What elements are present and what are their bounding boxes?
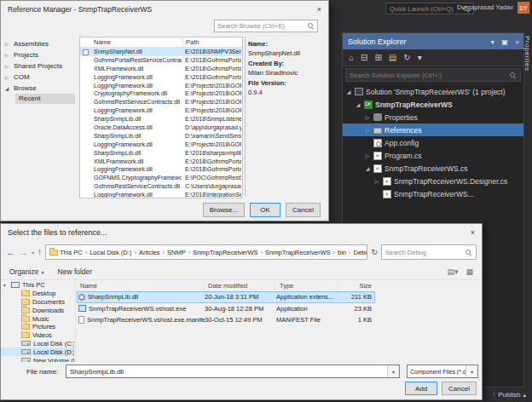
signed-in-user[interactable]: Durgaprasad Yadav [457,3,513,11]
column-header-path[interactable]: Path [182,37,199,48]
cancel-button[interactable]: Cancel [286,203,321,217]
refman-nav-assemblies[interactable]: ▷Assemblies [1,38,78,49]
chevron-down-icon[interactable]: ▾ [491,38,494,46]
filter-dropdown-icon[interactable]: ▾ [418,54,422,62]
refman-nav-com[interactable]: ▷COM [1,72,78,83]
sidebar-item-local-disk-d[interactable]: Local Disk (D:) [1,347,74,356]
refman-search-input[interactable]: Search Browse (Ctrl+E) [214,20,318,32]
history-dropdown-icon[interactable]: ▾ [32,250,34,256]
breadcrumb-segment-bin[interactable]: bin [338,249,346,256]
tree-item-snmptrapreceiverws[interactable]: ◢SnmpTrapReceiverWS [343,98,523,111]
close-icon[interactable]: × [515,38,519,46]
solution-explorer-header[interactable]: Solution Explorer ▾ ▣ × [343,33,523,49]
refman-row[interactable]: LoggingFramework.dllE:\2018\GofnmsPortal… [80,165,242,174]
views-icon[interactable]: ▤▾ [447,267,458,276]
dialog-titlebar[interactable]: Reference Manager - SnmpTrapReceiverWS × [1,1,328,17]
file-row-snmptrapreceiverws-vshost-exe-manifest[interactable]: SnmpTrapReceiverWS.vshost.exe.manifest30… [77,314,375,326]
tree-item-snmptrapreceiverws-designer-cs[interactable]: ▷SnmpTrapReceiverWS.Designer.cs [343,175,523,187]
refman-splitter[interactable] [245,37,246,197]
refman-row[interactable]: GofnmsRestServiceContracts.dllE:\Project… [80,98,242,106]
solution-explorer-search[interactable]: Search Solution Explorer (Ctrl+;) [345,68,521,82]
expander-icon[interactable]: ▷ [364,114,371,120]
back-icon[interactable]: ← [6,248,15,257]
refman-row[interactable]: Oracle.DataAccess.dllD:\app\durgaprasad.… [80,123,242,132]
column-header-size[interactable]: Size [338,281,375,291]
sidebar-item-desktop[interactable]: Desktop [1,290,74,298]
breadcrumb-segment-articles[interactable]: Articles [139,249,160,256]
dialog-titlebar[interactable]: Select the files to reference... × [1,224,482,241]
refman-nav-recent[interactable]: Recent [15,94,75,104]
browse-button[interactable]: Browse... [203,203,245,217]
refman-row[interactable]: SharpSnmpLib.dllD:\xamarin\SendSmsServ [80,132,242,141]
refman-row[interactable]: GofnmsPortalRestServiceContracts.dllE:\2… [80,56,242,65]
breadcrumb-segment-debug[interactable]: Debug [354,249,368,256]
refman-row[interactable]: XMLFramework.dllE:\2018\GofnmsPortalRes [80,65,242,73]
up-icon[interactable]: ↑ [38,248,42,256]
tree-item-app-config[interactable]: App.config [343,136,523,149]
sidebar-item-videos[interactable]: Videos [1,331,74,340]
refman-row[interactable]: LoggingFramework.dllE:\Projects\2018\GOF… [80,82,242,90]
refman-row[interactable]: SharpSnmpLib.dllE:\2018\sharpsnmplib-mi [80,149,242,158]
refman-row[interactable]: LoggingFramework.dllE:\2018\GofnmsPortal… [80,73,242,82]
breadcrumb[interactable]: This PC›Local Disk (D:)›Articles›SNMP›Sn… [45,244,367,260]
expander-icon[interactable]: ▷ [364,152,371,158]
refman-row[interactable]: SharpSnmpLib.dllE:\2018\SnmpListenerSer [80,115,242,123]
chevron-down-icon[interactable]: ▾ [466,365,477,377]
sidebar-item-documents[interactable]: Documents [1,298,74,307]
sidebar-item-pictures[interactable]: Pictures [1,323,74,331]
avatar[interactable]: DY [518,2,529,14]
breadcrumb-segment-snmp[interactable]: SNMP [167,249,186,256]
refman-row[interactable]: LoggingFramework.dllE:\Projects\2018\GOF… [80,106,242,115]
column-header-name[interactable]: Name [77,281,205,291]
organize-button[interactable]: Organize ▾ [9,267,44,276]
properties-icon[interactable]: ⊞ [374,54,381,62]
file-type-filter[interactable]: Component Files (*.dll;*.tlb;*.ol ▾ [407,365,478,378]
checkbox[interactable] [83,49,89,55]
cancel-button[interactable]: Cancel [442,382,477,395]
breadcrumb-segment-local-disk-d[interactable]: Local Disk (D:) [90,249,131,256]
home-icon[interactable]: ⌂ [349,54,354,62]
column-header-name[interactable]: Name [94,37,111,48]
file-row-snmptrapreceiverws-vshost-exe[interactable]: SnmpTrapReceiverWS.vshost.exe30-Aug-18 1… [77,303,375,315]
refman-nav-shared-projects[interactable]: ▷Shared Projects [1,60,78,72]
file-name-input[interactable]: SharpSnmpLib.dll ▾ [66,365,400,378]
refman-nav-projects[interactable]: ▷Projects [1,49,78,60]
tree-item-snmptrapreceiverws-cs[interactable]: ◢SnmpTrapReceiverWS.cs [343,162,523,175]
sidebar-item-this-pc[interactable]: ▾This PC [1,281,74,290]
file-row-sharpsnmplib-dll[interactable]: SharpSnmpLib.dll20-Jun-18 3:11 PMApplica… [77,291,375,303]
expander-icon[interactable]: ◢ [355,101,361,107]
tree-item-properties[interactable]: ▷Properties [343,111,523,123]
refman-row[interactable]: GofnmsRestServiceContracts.dllC:\Users\d… [80,182,242,191]
breadcrumb-segment-snmptrapreceiverws[interactable]: SnmpTrapReceiverWS [265,249,330,256]
properties-autohide-tab[interactable]: Properties [523,36,531,83]
refman-row[interactable]: XMLFramework.dllE:\2018\GofnmsPortalRes [80,158,242,166]
publish-status[interactable]: ↑ Publish ▴ [492,391,526,399]
new-folder-button[interactable]: New folder [58,267,93,276]
sidebar-item-local-disk-c[interactable]: Local Disk (C:) [1,340,74,348]
expander-icon[interactable]: ◢ [345,89,352,95]
file-dialog-search-input[interactable]: Search Debug [381,244,477,260]
tree-item-references[interactable]: ▷References [343,123,523,136]
close-icon[interactable]: × [317,5,321,14]
close-icon[interactable]: × [471,228,475,237]
preview-pane-icon[interactable]: ▦ [466,267,473,276]
breadcrumb-segment-snmptrapreceiverws[interactable]: SnmpTrapReceiverWS [193,249,257,256]
collapse-all-icon[interactable]: ⊟ [361,54,367,62]
show-all-files-icon[interactable]: ▤ [389,54,396,62]
column-header-type[interactable]: Type [276,281,338,291]
breadcrumb-segment-this-pc[interactable]: This PC [60,249,83,256]
expander-icon[interactable]: ◢ [364,165,371,171]
sidebar-item-new-volume-e[interactable]: New Volume (E [1,356,74,362]
pin-icon[interactable]: ▣ [501,38,508,46]
refman-row[interactable]: LoggingFramework.dllE:\2018\IntegrationS… [80,191,242,198]
refman-row[interactable]: CryptographyFramework.dllE:\Projects\201… [80,89,242,98]
expander-icon[interactable]: ▷ [373,178,380,184]
tree-item-solution-snmptrapreceiverws-1-project[interactable]: ◢Solution 'SnmpTrapReceiverWS' (1 projec… [343,85,523,98]
add-button[interactable]: Add [405,382,437,395]
forward-icon[interactable]: → [19,248,28,257]
refman-row[interactable]: GOFNMS.CryptographyFramework.dllE:\POC\G… [80,174,242,182]
refman-nav-browse[interactable]: ◢Browse [1,83,78,94]
sidebar-item-music[interactable]: Music [1,314,74,323]
chevron-down-icon[interactable]: ▾ [387,365,399,377]
refman-row[interactable]: SnmpSharpNet.dllE:\2018\SNMPV3Sender\S [80,48,242,56]
